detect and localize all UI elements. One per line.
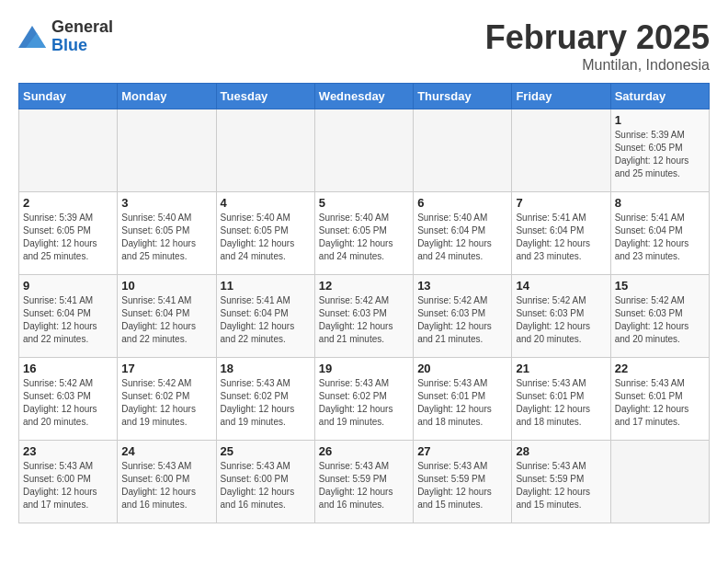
day-cell: 16Sunrise: 5:42 AM Sunset: 6:03 PM Dayli…	[19, 358, 118, 441]
day-info: Sunrise: 5:41 AM Sunset: 6:04 PM Dayligh…	[221, 294, 311, 346]
day-cell	[118, 109, 216, 192]
day-info: Sunrise: 5:43 AM Sunset: 5:59 PM Dayligh…	[417, 460, 507, 511]
day-cell: 21Sunrise: 5:43 AM Sunset: 6:01 PM Dayli…	[512, 358, 610, 441]
day-number: 25	[221, 444, 311, 458]
day-number: 5	[319, 196, 409, 210]
day-info: Sunrise: 5:40 AM Sunset: 6:04 PM Dayligh…	[417, 212, 507, 263]
day-info: Sunrise: 5:43 AM Sunset: 6:00 PM Dayligh…	[23, 460, 113, 511]
day-cell: 24Sunrise: 5:43 AM Sunset: 6:00 PM Dayli…	[118, 441, 216, 523]
calendar-body: 1Sunrise: 5:39 AM Sunset: 6:05 PM Daylig…	[19, 109, 710, 523]
day-number: 13	[417, 279, 507, 293]
day-number: 20	[417, 362, 507, 375]
logo-text: General Blue	[51, 18, 113, 55]
weekday-header-tuesday: Tuesday	[216, 84, 314, 109]
day-cell: 14Sunrise: 5:42 AM Sunset: 6:03 PM Dayli…	[512, 275, 610, 358]
day-info: Sunrise: 5:43 AM Sunset: 6:02 PM Dayligh…	[221, 377, 311, 429]
day-number: 7	[516, 196, 606, 210]
day-cell: 19Sunrise: 5:43 AM Sunset: 6:02 PM Dayli…	[314, 358, 413, 441]
day-number: 18	[221, 362, 311, 375]
day-number: 28	[516, 444, 606, 458]
day-cell: 12Sunrise: 5:42 AM Sunset: 6:03 PM Dayli…	[314, 275, 413, 358]
day-info: Sunrise: 5:42 AM Sunset: 6:03 PM Dayligh…	[23, 377, 113, 429]
weekday-header-saturday: Saturday	[610, 84, 709, 109]
day-cell: 25Sunrise: 5:43 AM Sunset: 6:00 PM Dayli…	[216, 441, 314, 523]
day-number: 16	[23, 362, 113, 375]
day-info: Sunrise: 5:43 AM Sunset: 6:01 PM Dayligh…	[615, 377, 705, 429]
day-cell	[216, 109, 314, 192]
day-number: 21	[516, 362, 606, 375]
day-info: Sunrise: 5:43 AM Sunset: 6:00 PM Dayligh…	[121, 460, 211, 511]
day-cell: 18Sunrise: 5:43 AM Sunset: 6:02 PM Dayli…	[216, 358, 314, 441]
day-number: 3	[121, 196, 211, 210]
day-number: 15	[615, 279, 705, 293]
day-cell	[19, 109, 118, 192]
page-header: General Blue February 2025 Muntilan, Ind…	[18, 18, 710, 74]
day-cell: 17Sunrise: 5:42 AM Sunset: 6:02 PM Dayli…	[118, 358, 216, 441]
weekday-header-sunday: Sunday	[19, 84, 118, 109]
day-cell: 4Sunrise: 5:40 AM Sunset: 6:05 PM Daylig…	[216, 192, 314, 275]
day-cell: 26Sunrise: 5:43 AM Sunset: 5:59 PM Dayli…	[314, 441, 413, 523]
day-info: Sunrise: 5:43 AM Sunset: 6:01 PM Dayligh…	[516, 377, 606, 429]
day-info: Sunrise: 5:43 AM Sunset: 6:01 PM Dayligh…	[417, 377, 507, 429]
week-row-1: 1Sunrise: 5:39 AM Sunset: 6:05 PM Daylig…	[19, 109, 710, 192]
week-row-2: 2Sunrise: 5:39 AM Sunset: 6:05 PM Daylig…	[19, 192, 710, 275]
weekday-header-wednesday: Wednesday	[314, 84, 413, 109]
day-info: Sunrise: 5:43 AM Sunset: 5:59 PM Dayligh…	[319, 460, 409, 511]
calendar-header: SundayMondayTuesdayWednesdayThursdayFrid…	[19, 84, 710, 109]
day-info: Sunrise: 5:40 AM Sunset: 6:05 PM Dayligh…	[221, 212, 311, 263]
weekday-header-thursday: Thursday	[414, 84, 512, 109]
day-cell: 13Sunrise: 5:42 AM Sunset: 6:03 PM Dayli…	[414, 275, 512, 358]
weekday-header-friday: Friday	[512, 84, 610, 109]
day-number: 10	[121, 279, 211, 293]
day-number: 23	[23, 444, 113, 458]
day-info: Sunrise: 5:43 AM Sunset: 5:59 PM Dayligh…	[516, 460, 606, 511]
day-cell: 20Sunrise: 5:43 AM Sunset: 6:01 PM Dayli…	[414, 358, 512, 441]
day-number: 4	[221, 196, 311, 210]
day-cell: 10Sunrise: 5:41 AM Sunset: 6:04 PM Dayli…	[118, 275, 216, 358]
day-number: 27	[417, 444, 507, 458]
day-number: 12	[319, 279, 409, 293]
logo-icon	[18, 26, 46, 48]
day-cell	[314, 109, 413, 192]
day-cell: 7Sunrise: 5:41 AM Sunset: 6:04 PM Daylig…	[512, 192, 610, 275]
day-number: 9	[23, 279, 113, 293]
day-cell: 2Sunrise: 5:39 AM Sunset: 6:05 PM Daylig…	[19, 192, 118, 275]
header-row: SundayMondayTuesdayWednesdayThursdayFrid…	[19, 84, 710, 109]
day-info: Sunrise: 5:41 AM Sunset: 6:04 PM Dayligh…	[615, 212, 705, 263]
day-number: 1	[615, 113, 705, 127]
logo: General Blue	[18, 18, 113, 55]
week-row-4: 16Sunrise: 5:42 AM Sunset: 6:03 PM Dayli…	[19, 358, 710, 441]
location-text: Muntilan, Indonesia	[485, 57, 710, 74]
day-cell: 5Sunrise: 5:40 AM Sunset: 6:05 PM Daylig…	[314, 192, 413, 275]
title-block: February 2025 Muntilan, Indonesia	[485, 18, 710, 74]
day-info: Sunrise: 5:42 AM Sunset: 6:03 PM Dayligh…	[516, 294, 606, 346]
day-cell	[610, 441, 709, 523]
day-cell: 23Sunrise: 5:43 AM Sunset: 6:00 PM Dayli…	[19, 441, 118, 523]
week-row-5: 23Sunrise: 5:43 AM Sunset: 6:00 PM Dayli…	[19, 441, 710, 523]
day-info: Sunrise: 5:43 AM Sunset: 6:00 PM Dayligh…	[221, 460, 311, 511]
day-info: Sunrise: 5:41 AM Sunset: 6:04 PM Dayligh…	[121, 294, 211, 346]
weekday-header-monday: Monday	[118, 84, 216, 109]
day-number: 8	[615, 196, 705, 210]
day-cell: 3Sunrise: 5:40 AM Sunset: 6:05 PM Daylig…	[118, 192, 216, 275]
day-number: 22	[615, 362, 705, 375]
day-cell: 11Sunrise: 5:41 AM Sunset: 6:04 PM Dayli…	[216, 275, 314, 358]
day-number: 26	[319, 444, 409, 458]
day-info: Sunrise: 5:42 AM Sunset: 6:03 PM Dayligh…	[615, 294, 705, 346]
day-info: Sunrise: 5:41 AM Sunset: 6:04 PM Dayligh…	[23, 294, 113, 346]
day-cell	[512, 109, 610, 192]
day-cell: 22Sunrise: 5:43 AM Sunset: 6:01 PM Dayli…	[610, 358, 709, 441]
day-number: 14	[516, 279, 606, 293]
month-title: February 2025	[485, 18, 710, 57]
day-info: Sunrise: 5:42 AM Sunset: 6:02 PM Dayligh…	[121, 377, 211, 429]
day-cell: 27Sunrise: 5:43 AM Sunset: 5:59 PM Dayli…	[414, 441, 512, 523]
calendar-table: SundayMondayTuesdayWednesdayThursdayFrid…	[18, 83, 710, 523]
day-cell: 6Sunrise: 5:40 AM Sunset: 6:04 PM Daylig…	[414, 192, 512, 275]
logo-blue-text: Blue	[51, 37, 113, 55]
day-info: Sunrise: 5:40 AM Sunset: 6:05 PM Dayligh…	[121, 212, 211, 263]
day-info: Sunrise: 5:40 AM Sunset: 6:05 PM Dayligh…	[319, 212, 409, 263]
day-cell	[414, 109, 512, 192]
day-number: 2	[23, 196, 113, 210]
day-info: Sunrise: 5:39 AM Sunset: 6:05 PM Dayligh…	[615, 129, 705, 180]
day-cell: 28Sunrise: 5:43 AM Sunset: 5:59 PM Dayli…	[512, 441, 610, 523]
